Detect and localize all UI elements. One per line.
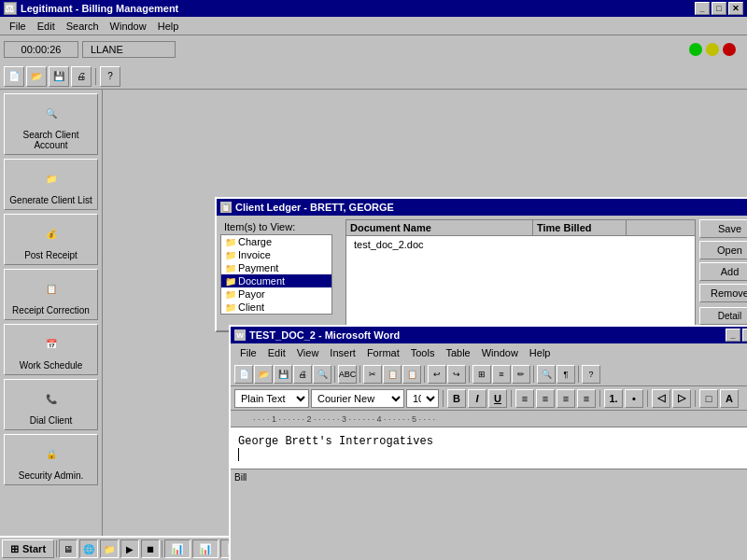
word-help-btn[interactable]: ?	[582, 365, 600, 384]
save-ledger-button[interactable]: Save	[699, 219, 747, 238]
open-button[interactable]: 📂	[26, 66, 47, 87]
open-ledger-button[interactable]: Open	[699, 241, 747, 259]
format-sep1	[443, 390, 444, 407]
style-select[interactable]: Plain Text	[234, 389, 309, 408]
word-maximize[interactable]: □	[742, 329, 747, 342]
outdent-button[interactable]: ◁	[652, 389, 670, 408]
format-sep5	[695, 390, 696, 407]
tree-item-payor[interactable]: 📁 Payor	[221, 287, 331, 301]
word-spell-btn[interactable]: ABC	[338, 365, 357, 384]
work-schedule-label: Work Schedule	[20, 360, 83, 371]
sidebar-dial-client[interactable]: 📞 Dial Client	[4, 379, 98, 430]
remove-ledger-button[interactable]: Remove	[699, 284, 747, 302]
folder-icon-charge: 📁	[225, 237, 236, 247]
word-cursor-line	[238, 448, 747, 461]
tree-item-charge[interactable]: 📁 Charge	[221, 235, 331, 248]
word-content-area[interactable]: George Brett's Interrogatives	[231, 427, 747, 469]
menu-help[interactable]: Help	[152, 19, 185, 34]
highlight-button[interactable]: A	[720, 389, 739, 408]
font-select[interactable]: Courier New	[311, 389, 404, 408]
word-copy-btn[interactable]: 📋	[383, 365, 402, 384]
add-ledger-button[interactable]: Add	[699, 262, 747, 281]
word-menu-format[interactable]: Format	[361, 345, 405, 360]
post-receipt-label: Post Receipt	[24, 250, 78, 260]
word-save-btn[interactable]: 💾	[274, 365, 292, 384]
word-minimize[interactable]: _	[726, 329, 740, 342]
start-button[interactable]: ⊞ Start	[2, 539, 54, 558]
close-button[interactable]: ✕	[728, 2, 743, 15]
maximize-button[interactable]: □	[712, 2, 726, 15]
word-statusbar: Bill	[231, 469, 747, 485]
time-display: 00:00:26	[4, 41, 78, 58]
word-menu-view[interactable]: View	[291, 345, 325, 360]
sidebar-security-admin[interactable]: 🔒 Security Admin.	[4, 434, 98, 485]
minimize-button[interactable]: _	[695, 2, 710, 15]
sidebar-search-client[interactable]: 🔍 Search Client Account	[4, 93, 98, 155]
word-menu-help[interactable]: Help	[524, 345, 557, 360]
italic-button[interactable]: I	[468, 389, 486, 408]
taskbar-icon-4[interactable]: ▶	[120, 539, 139, 558]
word-redo-btn[interactable]: ↪	[447, 365, 466, 384]
underline-button[interactable]: U	[488, 389, 507, 408]
numbering-button[interactable]: 1.	[604, 389, 623, 408]
border-button[interactable]: □	[699, 389, 718, 408]
taskbar-icon-2[interactable]: 🌐	[79, 539, 98, 558]
tree-item-client[interactable]: 📁 Client	[221, 301, 331, 314]
word-menu-edit[interactable]: Edit	[262, 345, 291, 360]
word-sep3	[424, 366, 425, 383]
tree-item-document[interactable]: 📁 Document	[221, 274, 331, 287]
taskbar-sep2	[162, 540, 162, 557]
word-paste-btn[interactable]: 📋	[402, 365, 421, 384]
word-menu-file[interactable]: File	[234, 345, 262, 360]
align-right-button[interactable]: ≡	[557, 389, 575, 408]
help-button[interactable]: ?	[100, 66, 120, 87]
word-print-btn[interactable]: 🖨	[293, 365, 312, 384]
word-menu-window[interactable]: Window	[476, 345, 524, 360]
word-preview-btn[interactable]: 🔍	[313, 365, 331, 384]
ledger-left: Item(s) to View: 📁 Charge 📁 Invoice 📁	[220, 219, 342, 327]
menu-search[interactable]: Search	[61, 19, 105, 34]
tree-item-payment[interactable]: 📁 Payment	[221, 261, 331, 274]
taskbar-app-2[interactable]: 📊	[192, 539, 218, 558]
bullets-button[interactable]: •	[625, 389, 643, 408]
word-draw-btn[interactable]: ✏	[512, 365, 530, 384]
sidebar-receipt-correction[interactable]: 📋 Receipt Correction	[4, 269, 98, 320]
word-cut-btn[interactable]: ✂	[363, 365, 382, 384]
taskbar-icon-1[interactable]: 🖥	[59, 539, 78, 558]
icon-toolbar: 📄 📂 💾 🖨 ?	[0, 63, 747, 90]
menu-window[interactable]: Window	[105, 19, 152, 34]
word-table-btn[interactable]: ⊞	[472, 365, 491, 384]
size-select[interactable]: 10	[406, 389, 439, 408]
word-menu-table[interactable]: Table	[440, 345, 475, 360]
align-left-button[interactable]: ≡	[515, 389, 534, 408]
justify-button[interactable]: ≡	[577, 389, 596, 408]
word-new-btn[interactable]: 📄	[234, 365, 253, 384]
ledger-tree[interactable]: 📁 Charge 📁 Invoice 📁 Payment 📁	[220, 234, 332, 315]
save-button[interactable]: 💾	[49, 66, 69, 87]
sidebar-generate-list[interactable]: 📁 Generate Client List	[4, 159, 98, 210]
print-button[interactable]: 🖨	[71, 66, 92, 87]
word-para-btn[interactable]: ¶	[557, 365, 575, 384]
ledger-buttons: Save Open Add Remove Detail Announcement	[699, 219, 747, 327]
menu-file[interactable]: File	[4, 19, 32, 34]
word-open-btn[interactable]: 📂	[254, 365, 273, 384]
indent-button[interactable]: ▷	[672, 389, 691, 408]
taskbar-icon-3[interactable]: 📁	[100, 539, 119, 558]
menu-edit[interactable]: Edit	[32, 19, 61, 34]
detail-button[interactable]: Detail	[699, 307, 747, 325]
word-menu-insert[interactable]: Insert	[324, 345, 361, 360]
taskbar-icon-5[interactable]: ⏹	[141, 539, 160, 558]
taskbar-app-1[interactable]: 📊	[164, 539, 190, 558]
tree-item-invoice[interactable]: 📁 Invoice	[221, 248, 331, 261]
table-header: Document Name Time Billed	[346, 220, 695, 236]
table-row[interactable]: test_doc_2.doc	[346, 236, 695, 253]
bold-button[interactable]: B	[447, 389, 466, 408]
word-cols-btn[interactable]: ≡	[492, 365, 511, 384]
align-center-button[interactable]: ≡	[536, 389, 555, 408]
word-menu-tools[interactable]: Tools	[405, 345, 441, 360]
word-undo-btn[interactable]: ↩	[428, 365, 446, 384]
word-zoom-btn[interactable]: 🔍	[537, 365, 556, 384]
sidebar-work-schedule[interactable]: 📅 Work Schedule	[4, 324, 98, 375]
new-button[interactable]: 📄	[4, 66, 24, 87]
sidebar-post-receipt[interactable]: 💰 Post Receipt	[4, 214, 98, 265]
